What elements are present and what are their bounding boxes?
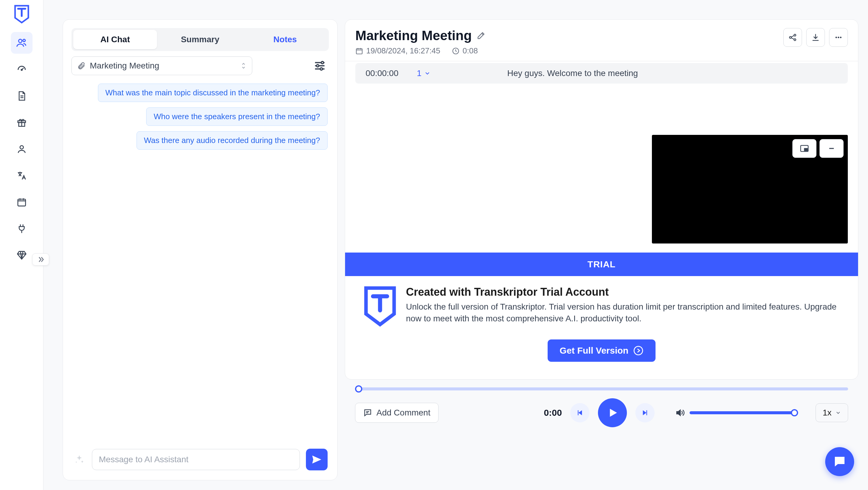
sidebar-item-diamond[interactable]: [11, 244, 33, 266]
filter-sliders-button[interactable]: [311, 57, 329, 75]
sidebar-item-speed[interactable]: [11, 59, 33, 80]
sidebar-item-calendar[interactable]: [11, 191, 33, 213]
add-comment-button[interactable]: Add Comment: [355, 403, 438, 423]
chevron-down-icon: [424, 70, 431, 77]
volume-thumb[interactable]: [791, 409, 798, 416]
sidebar: [0, 0, 43, 490]
app-logo: [13, 6, 30, 23]
add-comment-label: Add Comment: [376, 408, 430, 417]
chat-panel: AI Chat Summary Notes Marketing Meeting …: [63, 19, 338, 480]
next-button[interactable]: [635, 403, 655, 423]
svg-point-17: [840, 37, 841, 38]
volume-track[interactable]: [689, 411, 798, 414]
volume-icon[interactable]: [675, 408, 685, 417]
svg-point-0: [19, 39, 22, 42]
svg-point-16: [838, 37, 839, 38]
arrow-right-circle-icon: [633, 345, 644, 356]
transcript-row[interactable]: 00:00:00 1 Hey guys. Welcome to the meet…: [355, 63, 848, 84]
svg-point-15: [835, 37, 837, 38]
trial-heading: Created with Transkriptor Trial Account: [406, 286, 840, 298]
svg-rect-10: [356, 49, 362, 54]
minimize-video-button[interactable]: [819, 139, 844, 158]
transcript-panel: Marketing Meeting 19/08/2024, 16:27:45: [345, 19, 858, 480]
sparkle-icon: [73, 453, 86, 466]
svg-point-2: [21, 69, 22, 70]
suggestion-chip[interactable]: Was there any audio recorded during the …: [136, 131, 328, 150]
page-title: Marketing Meeting: [355, 28, 472, 43]
more-button[interactable]: [829, 28, 848, 47]
svg-point-8: [316, 64, 319, 67]
cta-label: Get Full Version: [560, 345, 628, 356]
speaker-selector[interactable]: 1: [417, 68, 477, 78]
main-content: AI Chat Summary Notes Marketing Meeting …: [43, 0, 868, 490]
date-meta: 19/08/2024, 16:27:45: [355, 46, 440, 56]
trial-logo-icon: [363, 286, 397, 328]
calendar-icon: [355, 47, 363, 55]
svg-point-9: [320, 68, 322, 70]
select-chevron-icon: [241, 62, 247, 70]
message-input[interactable]: [99, 455, 293, 464]
tab-ai-chat[interactable]: AI Chat: [73, 30, 157, 49]
progress-track[interactable]: [355, 387, 848, 391]
trial-body: Created with Transkriptor Trial Account …: [345, 276, 858, 374]
sidebar-item-file[interactable]: [11, 85, 33, 107]
meeting-selector-label: Marketing Meeting: [90, 61, 159, 70]
duration-meta: 0:08: [452, 46, 478, 56]
svg-point-20: [634, 346, 643, 355]
download-button[interactable]: [806, 28, 825, 47]
send-button[interactable]: [306, 449, 328, 470]
svg-point-1: [23, 39, 25, 41]
edit-title-button[interactable]: [476, 31, 486, 40]
duration-text: 0:08: [463, 46, 478, 56]
svg-point-5: [20, 146, 23, 149]
speaker-label: 1: [417, 68, 422, 78]
share-button[interactable]: [783, 28, 802, 47]
speed-selector[interactable]: 1x: [815, 403, 848, 422]
date-text: 19/08/2024, 16:27:45: [366, 46, 440, 56]
svg-rect-6: [18, 199, 26, 206]
tab-notes[interactable]: Notes: [243, 30, 327, 49]
suggestion-list: What was the main topic discussed in the…: [71, 84, 329, 150]
get-full-version-button[interactable]: Get Full Version: [548, 340, 655, 362]
timestamp: 00:00:00: [366, 68, 411, 78]
tab-bar: AI Chat Summary Notes: [71, 28, 329, 51]
sidebar-item-plug[interactable]: [11, 218, 33, 239]
prev-button[interactable]: [570, 403, 590, 423]
transcript-text: Hey guys. Welcome to the meeting: [507, 68, 638, 78]
clock-icon: [452, 47, 460, 55]
svg-point-7: [321, 62, 324, 64]
video-thumbnail[interactable]: [652, 135, 848, 243]
chat-fab[interactable]: [825, 447, 854, 476]
meeting-selector[interactable]: Marketing Meeting: [71, 56, 252, 75]
speed-label: 1x: [823, 408, 832, 417]
sidebar-item-translate[interactable]: [11, 165, 33, 186]
trial-banner: TRIAL: [345, 253, 858, 276]
sidebar-item-gift[interactable]: [11, 112, 33, 133]
audio-player: Add Comment 0:00: [345, 387, 858, 427]
current-time: 0:00: [544, 408, 562, 418]
suggestion-chip[interactable]: What was the main topic discussed in the…: [98, 84, 328, 102]
sidebar-item-user[interactable]: [11, 138, 33, 160]
progress-thumb[interactable]: [355, 385, 362, 393]
sidebar-item-people[interactable]: [11, 32, 33, 54]
video-preview-area: [355, 135, 848, 240]
paperclip-icon: [77, 62, 86, 70]
tab-summary[interactable]: Summary: [158, 30, 242, 49]
trial-description: Unlock the full version of Transkriptor.…: [406, 301, 840, 324]
comment-icon: [363, 408, 372, 417]
play-button[interactable]: [598, 398, 627, 427]
message-input-wrap: [92, 449, 300, 470]
chevron-down-icon: [835, 410, 841, 416]
pip-button[interactable]: [792, 139, 816, 158]
svg-rect-19: [804, 148, 807, 151]
expand-sidebar-button[interactable]: [32, 254, 49, 265]
suggestion-chip[interactable]: Who were the speakers present in the mee…: [146, 108, 328, 126]
